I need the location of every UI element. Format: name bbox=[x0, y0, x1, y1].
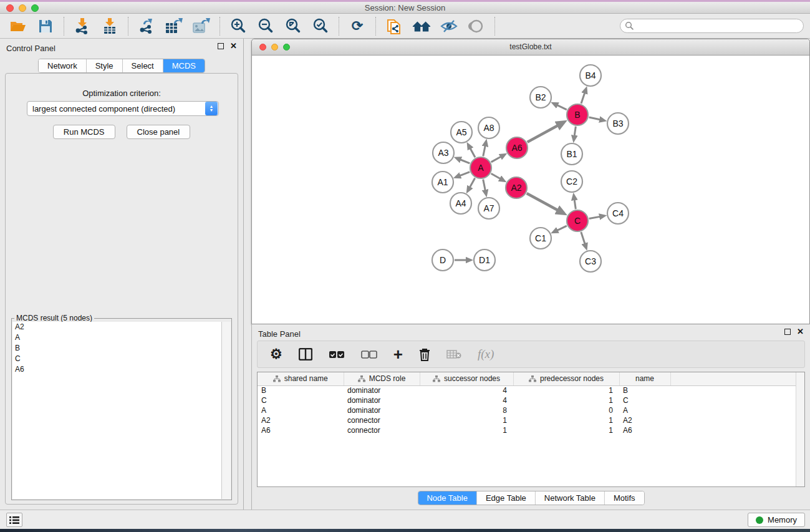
export-network-icon[interactable] bbox=[137, 17, 156, 35]
delete-table-icon[interactable] bbox=[446, 349, 461, 359]
node-C1[interactable]: C1 bbox=[530, 228, 551, 249]
close-panel-icon[interactable]: ✕ bbox=[230, 43, 237, 49]
edge-A-A8[interactable] bbox=[483, 146, 485, 156]
edge-B-B4[interactable] bbox=[581, 93, 585, 104]
edge-A-A4[interactable] bbox=[470, 178, 475, 188]
edge-B-B1[interactable] bbox=[574, 127, 576, 136]
table-scrollbar[interactable] bbox=[796, 372, 804, 486]
close-table-panel-icon[interactable]: ✕ bbox=[797, 329, 804, 335]
table-settings-gear-icon[interactable]: ⚙ bbox=[270, 346, 282, 362]
edge-B-B3[interactable] bbox=[589, 117, 600, 120]
tab-mcds[interactable]: MCDS bbox=[163, 59, 205, 72]
table-row[interactable]: Bdominator41B bbox=[258, 385, 804, 395]
split-columns-icon[interactable] bbox=[299, 348, 312, 360]
edge-A6-B[interactable] bbox=[528, 125, 558, 142]
column-header-name[interactable]: name bbox=[619, 372, 670, 385]
edge-C-C2[interactable] bbox=[574, 200, 576, 209]
result-item[interactable]: A6 bbox=[12, 364, 221, 375]
node-B1[interactable]: B1 bbox=[561, 143, 582, 165]
edge-C-C4[interactable] bbox=[589, 216, 600, 218]
run-mcds-button[interactable]: Run MCDS bbox=[53, 125, 115, 139]
node-D[interactable]: D bbox=[432, 249, 453, 271]
edge-A-A3[interactable] bbox=[460, 160, 470, 163]
clone-network-icon[interactable] bbox=[385, 17, 403, 35]
edge-B-B2[interactable] bbox=[557, 105, 567, 110]
node-A6[interactable]: A6 bbox=[506, 137, 528, 158]
table-row[interactable]: Adominator80A bbox=[258, 405, 804, 415]
open-file-icon[interactable] bbox=[9, 17, 27, 35]
add-column-plus-icon[interactable]: + bbox=[393, 348, 403, 360]
edge-C-C3[interactable] bbox=[581, 232, 585, 244]
table-row[interactable]: Cdominator41C bbox=[258, 395, 804, 405]
edge-A-A5[interactable] bbox=[470, 148, 475, 157]
node-B4[interactable]: B4 bbox=[580, 65, 601, 86]
edge-A-A1[interactable] bbox=[460, 172, 470, 176]
export-image-icon[interactable] bbox=[192, 17, 211, 35]
tab-select[interactable]: Select bbox=[123, 59, 163, 72]
node-B2[interactable]: B2 bbox=[530, 87, 551, 108]
eye-icon[interactable] bbox=[467, 17, 486, 35]
table-row[interactable]: A6connector11A6 bbox=[258, 425, 804, 435]
result-item[interactable]: A2 bbox=[12, 322, 221, 332]
network-canvas[interactable]: B4B2BB3A5A8A6A3B1AA1C2A2A4A7C4CC1C3DD1 bbox=[252, 56, 809, 324]
node-B[interactable]: B bbox=[567, 104, 588, 125]
node-D1[interactable]: D1 bbox=[474, 249, 495, 271]
float-table-panel-icon[interactable] bbox=[784, 329, 791, 335]
edge-C-C1[interactable] bbox=[557, 226, 567, 230]
column-header-shared-name[interactable]: shared name bbox=[258, 372, 344, 385]
column-header-predecessor-nodes[interactable]: predecessor nodes bbox=[513, 372, 619, 385]
edge-A-A7[interactable] bbox=[483, 180, 485, 190]
deselect-all-checkboxes-icon[interactable] bbox=[361, 351, 377, 359]
node-A3[interactable]: A3 bbox=[433, 142, 454, 163]
hide-eye-icon[interactable] bbox=[440, 17, 458, 35]
tab-style[interactable]: Style bbox=[87, 59, 123, 72]
node-A8[interactable]: A8 bbox=[478, 117, 499, 138]
refresh-icon[interactable]: ⟳ bbox=[348, 17, 367, 35]
import-network-icon[interactable] bbox=[73, 17, 92, 35]
memory-button[interactable]: Memory bbox=[748, 513, 805, 527]
node-C4[interactable]: C4 bbox=[607, 203, 629, 224]
zoom-fit-icon[interactable] bbox=[284, 17, 302, 35]
node-C3[interactable]: C3 bbox=[580, 251, 601, 272]
home-networks-icon[interactable] bbox=[412, 17, 431, 35]
import-table-icon[interactable] bbox=[100, 17, 119, 35]
tab-edge-table[interactable]: Edge Table bbox=[477, 491, 536, 505]
node-A[interactable]: A bbox=[470, 157, 491, 178]
close-panel-button[interactable]: Close panel bbox=[127, 125, 191, 139]
zoom-in-icon[interactable] bbox=[229, 17, 248, 35]
zoom-selected-icon[interactable] bbox=[311, 17, 330, 35]
node-C2[interactable]: C2 bbox=[561, 171, 582, 192]
delete-trash-icon[interactable] bbox=[419, 348, 430, 361]
table-row[interactable]: A2connector11A2 bbox=[258, 415, 804, 425]
node-C[interactable]: C bbox=[567, 210, 588, 231]
node-B3[interactable]: B3 bbox=[607, 113, 629, 134]
mcds-result-list[interactable]: A2ABCA6 bbox=[12, 322, 222, 499]
search-input[interactable] bbox=[620, 19, 804, 33]
zoom-out-icon[interactable] bbox=[256, 17, 275, 35]
task-history-icon[interactable] bbox=[6, 513, 22, 527]
node-A4[interactable]: A4 bbox=[450, 193, 471, 214]
column-header-successor-nodes[interactable]: successor nodes bbox=[420, 372, 513, 385]
network-window-titlebar[interactable]: testGlobe.txt bbox=[252, 39, 809, 56]
save-session-icon[interactable] bbox=[36, 17, 55, 35]
node-A2[interactable]: A2 bbox=[506, 177, 527, 198]
select-all-checkboxes-icon[interactable] bbox=[329, 351, 345, 359]
node-A5[interactable]: A5 bbox=[451, 122, 472, 143]
optimization-criterion-select[interactable]: largest connected component (directed) ▲… bbox=[27, 101, 219, 116]
node-A7[interactable]: A7 bbox=[478, 198, 499, 219]
tab-motifs[interactable]: Motifs bbox=[605, 491, 644, 505]
tab-network[interactable]: Network bbox=[39, 59, 87, 72]
column-header-MCDS-role[interactable]: MCDS role bbox=[344, 372, 420, 385]
float-panel-icon[interactable] bbox=[218, 43, 224, 49]
result-item[interactable]: B bbox=[12, 343, 221, 354]
function-builder-icon[interactable]: f(x) bbox=[478, 347, 494, 361]
tab-network-table[interactable]: Network Table bbox=[536, 491, 605, 505]
export-table-icon[interactable] bbox=[165, 17, 183, 35]
tab-node-table[interactable]: Node Table bbox=[418, 491, 477, 505]
edge-A2-C[interactable] bbox=[527, 193, 558, 210]
result-item[interactable]: A bbox=[12, 332, 221, 343]
node-A1[interactable]: A1 bbox=[432, 172, 453, 193]
edge-A-A6[interactable] bbox=[491, 157, 501, 162]
result-item[interactable]: C bbox=[12, 354, 221, 364]
network-graph[interactable]: B4B2BB3A5A8A6A3B1AA1C2A2A4A7C4CC1C3DD1 bbox=[252, 56, 809, 324]
